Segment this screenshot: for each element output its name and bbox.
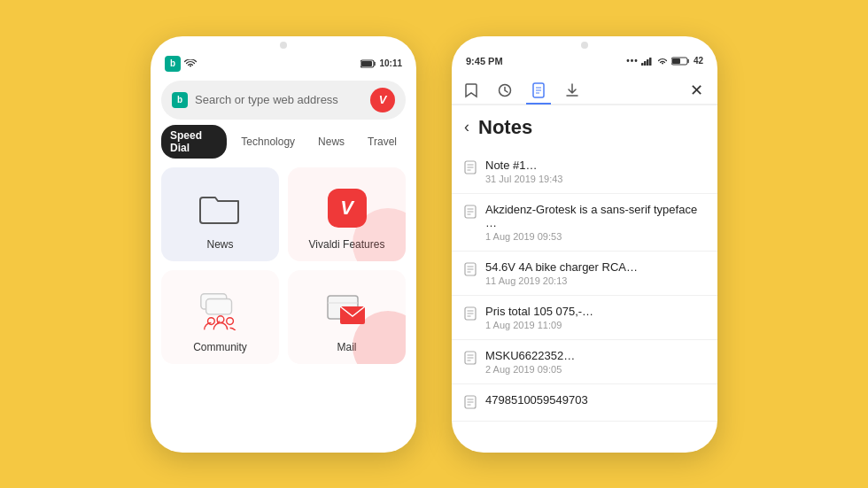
- vivaldi-btn[interactable]: V: [370, 88, 395, 112]
- notes-title: Notes: [478, 116, 532, 139]
- tab-news[interactable]: News: [309, 131, 353, 152]
- community-icon: V: [198, 291, 244, 330]
- note-name-3: Pris total 105 075,-…: [485, 305, 705, 318]
- toolbar-icons: [459, 78, 585, 103]
- note-doc-icon-3: [464, 306, 477, 323]
- folder-icon: [199, 190, 242, 226]
- tabs-row: Speed Dial Technology News Travel: [161, 125, 406, 159]
- community-icon-area: V: [198, 288, 244, 334]
- svg-point-6: [226, 317, 233, 324]
- status-time-right: 9:45 PM: [466, 56, 503, 66]
- phone-left: b 10:11: [151, 36, 416, 453]
- notes-toolbar: ✕: [452, 70, 717, 105]
- notes-toolbar-icon[interactable]: [526, 78, 551, 103]
- notes-list: Note #1… 31 Jul 2019 19:43 Akzidenz-Grot…: [452, 146, 717, 425]
- note-item-3[interactable]: Pris total 105 075,-… 1 Aug 2019 11:09: [452, 296, 717, 340]
- tab-speed-dial[interactable]: Speed Dial: [161, 125, 227, 159]
- note-name-0: Note #1…: [485, 159, 705, 172]
- note-date-3: 1 Aug 2019 11:09: [485, 320, 705, 330]
- note-item-5[interactable]: 4798510059549703: [452, 384, 717, 422]
- phone-left-body: b Search or type web address V Speed Dia…: [151, 81, 416, 364]
- note-date-0: 31 Jul 2019 19:43: [485, 174, 705, 184]
- dots-icon: •••: [626, 56, 639, 66]
- note-content-2: 54.6V 4A bike charger RCA… 11 Aug 2019 2…: [485, 260, 705, 286]
- svg-rect-12: [644, 61, 647, 66]
- status-icons-right: •••: [626, 56, 703, 66]
- speed-dial-community-label: Community: [193, 341, 247, 353]
- phones-container: b 10:11: [151, 36, 717, 453]
- search-bar-vivaldi-icon: b: [172, 92, 188, 108]
- battery-icon-left: [360, 59, 376, 68]
- status-bar-right: 9:45 PM •••: [452, 49, 717, 70]
- note-item-1[interactable]: Akzidenz-Grotesk is a sans-serif typefac…: [452, 194, 717, 252]
- status-time-left: 10:11: [360, 58, 402, 68]
- svg-rect-3: [205, 298, 231, 314]
- note-date-2: 11 Aug 2019 20:13: [485, 275, 705, 286]
- note-name-4: MSKU6622352…: [485, 349, 705, 362]
- note-name-2: 54.6V 4A bike charger RCA…: [485, 260, 705, 274]
- close-button[interactable]: ✕: [683, 77, 710, 104]
- speed-dial-news-label: News: [206, 238, 233, 251]
- speed-dial-mail[interactable]: Mail: [288, 270, 406, 364]
- tab-travel[interactable]: Travel: [359, 131, 406, 152]
- phone-right: 9:45 PM •••: [452, 36, 717, 453]
- svg-rect-16: [672, 58, 680, 64]
- speed-dial-news[interactable]: News: [161, 167, 279, 261]
- tab-technology[interactable]: Technology: [232, 131, 304, 152]
- svg-rect-14: [649, 58, 652, 66]
- notes-header: ‹ Notes: [452, 105, 717, 146]
- note-doc-icon-4: [464, 351, 477, 368]
- svg-rect-1: [361, 61, 372, 66]
- signal-icon-right: [641, 57, 654, 66]
- note-doc-icon-2: [464, 262, 477, 279]
- download-toolbar-icon[interactable]: [560, 78, 585, 103]
- note-name-1: Akzidenz-Grotesk is a sans-serif typefac…: [485, 203, 705, 229]
- note-content-0: Note #1… 31 Jul 2019 19:43: [485, 159, 705, 184]
- speed-dial-community[interactable]: V Community: [161, 270, 279, 364]
- wifi-icon-right: [656, 57, 669, 66]
- status-bar-left: b 10:11: [151, 49, 416, 75]
- note-doc-icon-5: [464, 395, 477, 412]
- bookmark-toolbar-icon[interactable]: [459, 78, 484, 103]
- folder-icon-area: [198, 185, 244, 231]
- battery-icon-right: [671, 57, 691, 66]
- status-icons-left: b: [165, 56, 197, 72]
- note-content-1: Akzidenz-Grotesk is a sans-serif typefac…: [485, 203, 705, 242]
- note-content-3: Pris total 105 075,-… 1 Aug 2019 11:09: [485, 305, 705, 330]
- note-item-4[interactable]: MSKU6622352… 2 Aug 2019 09:05: [452, 340, 717, 384]
- svg-rect-11: [641, 63, 644, 66]
- note-content-4: MSKU6622352… 2 Aug 2019 09:05: [485, 349, 705, 375]
- speed-dial-vivaldi[interactable]: V Vivaldi Features: [288, 167, 406, 261]
- speed-dial-grid: News V Vivaldi Features: [161, 167, 406, 364]
- note-content-5: 4798510059549703: [485, 393, 705, 408]
- svg-rect-13: [647, 59, 649, 66]
- note-date-1: 1 Aug 2019 09:53: [485, 231, 705, 242]
- wifi-icon: [184, 59, 197, 68]
- note-name-5: 4798510059549703: [485, 393, 705, 407]
- note-item-0[interactable]: Note #1… 31 Jul 2019 19:43: [452, 150, 717, 194]
- battery-label: 42: [694, 56, 703, 66]
- search-bar[interactable]: b Search or type web address V: [161, 81, 406, 120]
- back-arrow[interactable]: ‹: [464, 118, 469, 136]
- notch-right: [581, 42, 588, 49]
- vivaldi-b-icon: b: [165, 56, 181, 72]
- note-date-4: 2 Aug 2019 09:05: [485, 364, 705, 375]
- history-toolbar-icon[interactable]: [492, 78, 517, 103]
- note-doc-icon-1: [464, 205, 477, 221]
- notch-left: [280, 42, 287, 49]
- note-doc-icon-0: [464, 160, 477, 177]
- note-item-2[interactable]: 54.6V 4A bike charger RCA… 11 Aug 2019 2…: [452, 252, 717, 296]
- search-bar-text: Search or type web address: [195, 93, 363, 106]
